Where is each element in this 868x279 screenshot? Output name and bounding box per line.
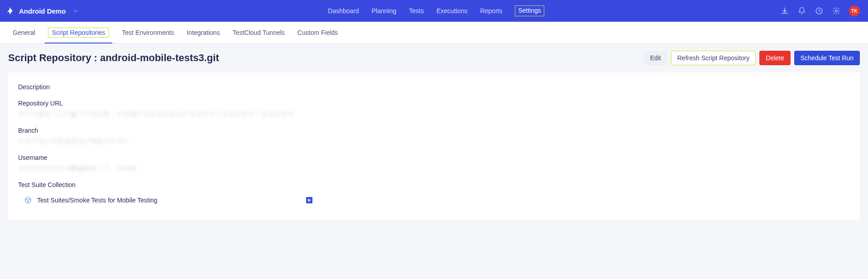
top-nav: Android Demo Dashboard Planning Tests Ex… (0, 0, 868, 22)
nav-settings[interactable]: Settings (515, 5, 544, 16)
branch-label: Branch (18, 127, 850, 134)
tab-script-repositories[interactable]: Script Repositories (48, 28, 110, 38)
nav-tests[interactable]: Tests (409, 5, 424, 16)
download-icon[interactable] (780, 6, 789, 15)
svg-point-0 (835, 10, 838, 12)
edit-button[interactable]: Edit (644, 51, 667, 65)
primary-nav: Dashboard Planning Tests Executions Repo… (92, 5, 780, 16)
project-switcher[interactable]: Android Demo (5, 6, 78, 16)
app-logo-icon (5, 6, 14, 16)
repository-details-card: Description Repository URL ｈｔｔｐｓ：／／ｇｉｔｈｕ… (8, 72, 860, 220)
nav-executions[interactable]: Executions (436, 5, 467, 16)
repository-url-label: Repository URL (18, 100, 850, 107)
username-field: Username ｘｘｘｘｘｘｘｘ＠ｇｍａｉｌ．ｃｏｍ (18, 154, 850, 172)
repository-url-field: Repository URL ｈｔｔｐｓ：／／ｇｉｔｈｕｂ．ｃｏｍ／ｘｘｘｘｘｘ… (18, 100, 850, 118)
repository-url-value: ｈｔｔｐｓ：／／ｇｉｔｈｕｂ．ｃｏｍ／ｘｘｘｘｘｘ／ｘｘｘｘ－ｘｘｘｘｘ－ｘｘｘ… (18, 110, 850, 118)
test-suite-collection-label: Test Suite Collection (18, 181, 850, 188)
refresh-script-repository-button[interactable]: Refresh Script Repository (671, 51, 756, 65)
test-suite-collection-field: Test Suite Collection (18, 181, 850, 188)
history-icon[interactable] (815, 6, 824, 15)
gear-icon[interactable] (832, 6, 841, 15)
chevron-down-icon (73, 8, 78, 14)
nav-reports[interactable]: Reports (480, 5, 502, 16)
nav-planning[interactable]: Planning (372, 5, 397, 16)
tab-general[interactable]: General (13, 22, 35, 43)
tab-test-environments[interactable]: Test Environments (122, 22, 174, 43)
bell-icon[interactable] (797, 6, 806, 15)
page-header: Script Repository : android-mobile-tests… (0, 43, 868, 72)
branch-value: ｒｅｆｓ／ｈｅａｄｓ／ｍａｓｔｅｒ (18, 137, 850, 145)
page-title: Script Repository : android-mobile-tests… (8, 52, 219, 64)
nav-dashboard[interactable]: Dashboard (328, 5, 359, 16)
username-value: ｘｘｘｘｘｘｘｘ＠ｇｍａｉｌ．ｃｏｍ (18, 164, 850, 172)
description-label: Description (18, 83, 850, 91)
tab-custom-fields[interactable]: Custom Fields (297, 22, 338, 43)
project-name: Android Demo (19, 7, 66, 15)
description-field: Description (18, 83, 850, 91)
test-suite-collection-row: Test Suites/Smoke Tests for Mobile Testi… (18, 193, 850, 204)
schedule-test-run-button[interactable]: Schedule Test Run (794, 51, 860, 65)
page-actions: Edit Refresh Script Repository Delete Sc… (644, 51, 860, 65)
package-icon (24, 197, 32, 204)
delete-button[interactable]: Delete (759, 51, 790, 65)
nav-utilities: TK (780, 5, 860, 16)
tab-testcloud-tunnels[interactable]: TestCloud Tunnels (233, 22, 285, 43)
branch-field: Branch ｒｅｆｓ／ｈｅａｄｓ／ｍａｓｔｅｒ (18, 127, 850, 145)
test-suite-collection-name[interactable]: Test Suites/Smoke Tests for Mobile Testi… (37, 197, 158, 204)
run-collection-button[interactable] (306, 197, 312, 203)
username-label: Username (18, 154, 850, 161)
settings-tabs: General Script Repositories Test Environ… (0, 22, 868, 43)
tab-integrations[interactable]: Integrations (187, 22, 220, 43)
user-avatar[interactable]: TK (849, 5, 860, 16)
